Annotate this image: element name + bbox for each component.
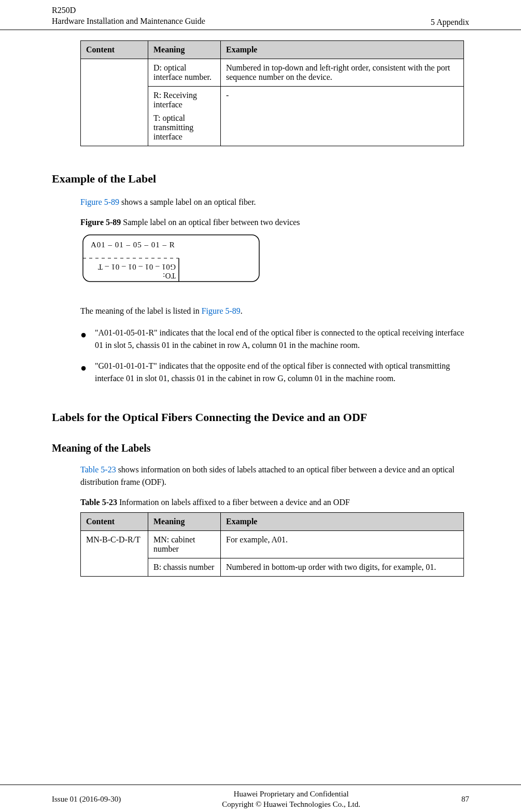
table-header-row: Content Meaning Example xyxy=(81,40,464,59)
th-example: Example xyxy=(221,512,464,530)
label-top-text: A01 – 01 – 05 – 01 – R xyxy=(91,241,175,249)
table-caption-text: Information on labels affixed to a fiber… xyxy=(117,498,350,507)
heading-meaning-labels: Meaning of the Labels xyxy=(52,442,469,454)
para-suffix: . xyxy=(241,306,243,315)
header-left: R250D Hardware Installation and Maintena… xyxy=(52,5,205,27)
table-number: Table 5-23 xyxy=(80,498,117,507)
header-section: 5 Appendix xyxy=(431,18,469,27)
th-meaning: Meaning xyxy=(148,512,221,530)
meaning-t: T: optical transmitting interface xyxy=(153,114,215,142)
para-suffix: shows information on both sides of label… xyxy=(80,465,455,486)
td-example: Numbered in top-down and left-right orde… xyxy=(221,59,464,86)
page-header: R250D Hardware Installation and Maintena… xyxy=(0,0,521,30)
page-footer: Issue 01 (2016-09-30) Huawei Proprietary… xyxy=(0,785,521,809)
bullet-item: ● "G01-01-01-01-T" indicates that the op… xyxy=(80,360,469,385)
product-name: R250D xyxy=(52,5,205,16)
table-2: Content Meaning Example MN-B-C-D-R/T MN:… xyxy=(80,512,464,577)
td-meaning: R: Receiving interface T: optical transm… xyxy=(148,86,221,146)
bullet-icon: ● xyxy=(80,360,95,385)
label-bottom: TO: G01 – 01 – 01 – 01 – T xyxy=(88,262,176,280)
bullet-text: "A01-01-05-01-R" indicates that the loca… xyxy=(95,327,469,352)
para-suffix: shows a sample label on an optical fiber… xyxy=(119,198,256,206)
td-meaning: D: optical interface number. xyxy=(148,59,221,86)
heading-example-label: Example of the Label xyxy=(52,172,469,186)
td-content: MN-B-C-D-R/T xyxy=(81,530,148,576)
table-header-row: Content Meaning Example xyxy=(81,512,464,530)
content-area: Content Meaning Example D: optical inter… xyxy=(0,40,521,577)
figure-number: Figure 5-89 xyxy=(80,218,121,227)
td-meaning: MN: cabinet number xyxy=(148,530,221,558)
td-content xyxy=(81,59,148,146)
table-caption: Table 5-23 Information on labels affixed… xyxy=(80,498,469,507)
bullet-item: ● "A01-01-05-01-R" indicates that the lo… xyxy=(80,327,469,352)
doc-title: Hardware Installation and Maintenance Gu… xyxy=(52,16,205,27)
xref-table[interactable]: Table 5-23 xyxy=(80,465,116,474)
xref-figure[interactable]: Figure 5-89 xyxy=(202,306,241,315)
para-prefix: The meaning of the label is listed in xyxy=(80,306,202,315)
td-example: Numbered in bottom-up order with two dig… xyxy=(221,558,464,576)
para-example: Figure 5-89 shows a sample label on an o… xyxy=(80,196,469,208)
meaning-r: R: Receiving interface xyxy=(153,91,215,109)
footer-center: Huawei Proprietary and Confidential Copy… xyxy=(222,789,360,809)
th-content: Content xyxy=(81,512,148,530)
heading-odf: Labels for the Optical Fibers Connecting… xyxy=(52,411,469,424)
figure-caption: Figure 5-89 Sample label on an optical f… xyxy=(80,218,469,227)
table-1: Content Meaning Example D: optical inter… xyxy=(80,40,464,146)
bullet-text: "G01-01-01-01-T" indicates that the oppo… xyxy=(95,360,469,385)
td-example: For example, A01. xyxy=(221,530,464,558)
para-odf: Table 5-23 shows information on both sid… xyxy=(80,464,469,488)
td-example: - xyxy=(221,86,464,146)
footer-proprietary: Huawei Proprietary and Confidential xyxy=(222,789,360,800)
th-example: Example xyxy=(221,40,464,59)
xref-figure[interactable]: Figure 5-89 xyxy=(80,198,119,206)
figure-text: Sample label on an optical fiber between… xyxy=(121,218,300,227)
label-to: TO: xyxy=(163,272,176,280)
para-meaning: The meaning of the label is listed in Fi… xyxy=(80,305,469,317)
footer-left: Issue 01 (2016-09-30) xyxy=(52,795,121,804)
th-content: Content xyxy=(81,40,148,59)
bullet-icon: ● xyxy=(80,327,95,352)
footer-copyright: Copyright © Huawei Technologies Co., Ltd… xyxy=(222,800,360,810)
footer-page-number: 87 xyxy=(461,795,469,804)
label-bottom-code: G01 – 01 – 01 – 01 – T xyxy=(97,263,176,271)
th-meaning: Meaning xyxy=(148,40,221,59)
td-meaning: B: chassis number xyxy=(148,558,221,576)
table-row: MN-B-C-D-R/T MN: cabinet number For exam… xyxy=(81,530,464,558)
table-row: D: optical interface number. Numbered in… xyxy=(81,59,464,86)
label-diagram: A01 – 01 – 05 – 01 – R TO: G01 – 01 – 01… xyxy=(80,232,262,284)
